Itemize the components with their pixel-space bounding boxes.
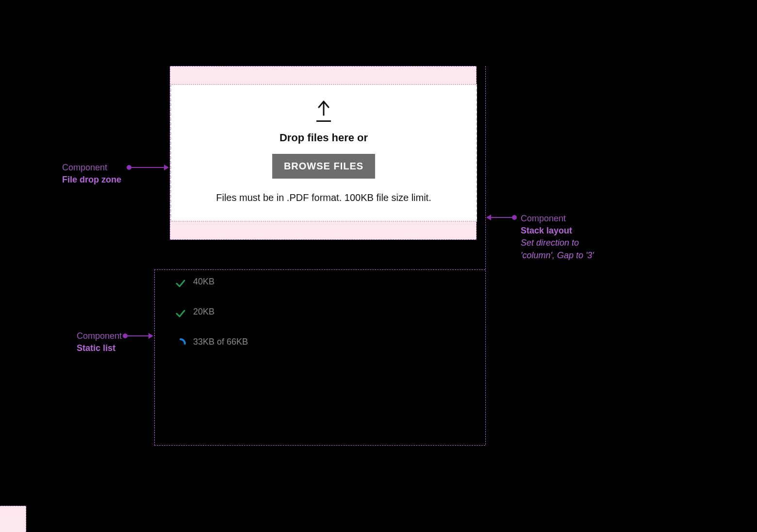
file-drop-zone-container: Drop files here or BROWSE FILES Files mu…	[170, 66, 477, 240]
color-swatch	[0, 506, 26, 532]
annotation-stack-layout: Component Stack layout Set direction to …	[521, 213, 594, 262]
file-drop-zone[interactable]: Drop files here or BROWSE FILES Files mu…	[170, 84, 477, 222]
file-progress: 33KB of 66KB	[193, 337, 248, 347]
annotation-arrow	[491, 217, 514, 218]
spinner-icon	[175, 338, 186, 349]
check-icon	[175, 278, 186, 289]
annotation-arrowhead	[486, 215, 491, 220]
list-item: 33KB of 66KB	[175, 337, 476, 349]
file-size: 20KB	[193, 307, 214, 317]
upload-icon	[315, 100, 332, 122]
annotation-arrow	[129, 167, 164, 168]
stack-layout-bracket	[485, 66, 486, 445]
dropzone-prompt: Drop files here or	[280, 132, 368, 144]
annotation-arrow	[125, 335, 148, 336]
file-size: 40KB	[193, 277, 214, 287]
annotation-arrowhead	[164, 165, 169, 170]
list-item: 20KB	[175, 307, 476, 319]
annotation-arrowhead	[148, 333, 153, 339]
annotation-file-drop-zone: Component File drop zone	[62, 162, 121, 186]
dropzone-hint: Files must be in .PDF format. 100KB file…	[216, 192, 431, 203]
list-item: 40KB	[175, 277, 476, 289]
check-icon	[175, 308, 186, 319]
browse-files-button[interactable]: BROWSE FILES	[272, 154, 375, 179]
static-list: 40KB 20KB 33KB of 66KB	[175, 277, 476, 349]
annotation-static-list: Component Static list	[77, 330, 122, 354]
